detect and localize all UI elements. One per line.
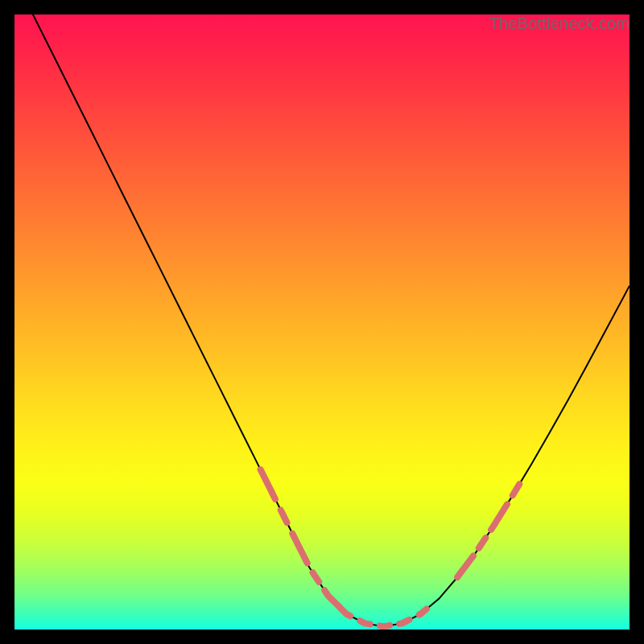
dash-segment	[479, 538, 485, 548]
dash-segment	[380, 625, 390, 626]
dash-segment	[457, 556, 473, 578]
dash-segment	[399, 620, 409, 624]
bottleneck-curve	[14, 14, 630, 626]
dash-segment	[360, 621, 369, 624]
dash-segment	[292, 534, 307, 564]
dash-segment	[419, 609, 427, 615]
dash-segment	[281, 510, 287, 522]
dash-segment	[513, 484, 519, 495]
plot-area: TheBottleneck.com	[14, 14, 630, 630]
dashed-highlight-layer	[261, 469, 520, 626]
dash-segment	[491, 504, 507, 530]
watermark-text: TheBottleneck.com	[489, 14, 630, 33]
dash-segment	[324, 590, 339, 607]
chart-frame: TheBottleneck.com	[0, 0, 644, 644]
dash-segment	[313, 572, 320, 582]
curve-layer	[14, 14, 630, 630]
dash-segment	[261, 469, 275, 499]
dash-segment	[341, 608, 350, 616]
